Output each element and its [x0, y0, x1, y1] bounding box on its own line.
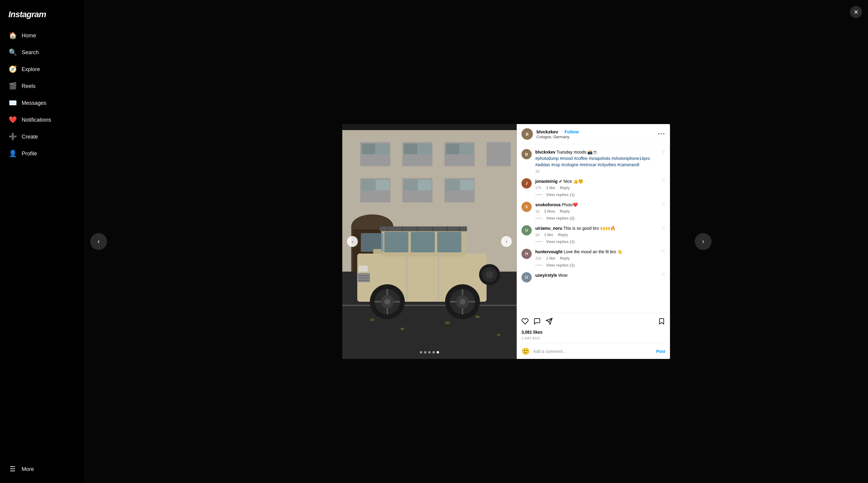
follow-button[interactable]: Follow	[564, 129, 579, 134]
sidebar-item-notifications[interactable]: ❤️ Notifications	[4, 112, 81, 128]
like-button[interactable]	[522, 318, 529, 327]
comment-2-username[interactable]: snokoforova	[535, 202, 561, 207]
share-button[interactable]	[546, 318, 553, 327]
sidebar-item-create[interactable]: ➕ Create	[4, 129, 81, 145]
bookmark-button[interactable]	[658, 318, 665, 327]
image-next-button[interactable]: ›	[501, 236, 512, 247]
caption-like-icon[interactable]: ♡	[661, 149, 665, 154]
svg-rect-7	[362, 144, 375, 154]
post-image	[342, 124, 517, 359]
comment-5-text: uzeyirstyle Wow	[535, 272, 658, 279]
comment-1-text: jonasteinig ✔ Nice 👍🤨	[535, 178, 658, 184]
sidebar-item-label: More	[22, 466, 34, 473]
sidebar-item-explore[interactable]: 🧭 Explore	[4, 61, 81, 77]
dot-3[interactable]	[428, 351, 431, 353]
dot-4[interactable]	[433, 351, 435, 353]
comment-2-text: snokoforova Photo❤️	[535, 202, 658, 208]
app-logo: Instagram	[4, 6, 81, 27]
comment-4-time: 21h	[535, 256, 541, 260]
comment-5-username[interactable]: uzeyirstyle	[535, 273, 557, 278]
comment-1-avatar[interactable]: J	[522, 178, 532, 189]
svg-point-30	[475, 316, 480, 318]
comment-2-reply[interactable]: Reply	[560, 209, 570, 214]
sidebar-item-search[interactable]: 🔍 Search	[4, 45, 81, 60]
svg-point-29	[445, 321, 450, 324]
prev-post-button[interactable]: ‹	[90, 233, 107, 250]
next-post-button[interactable]: ›	[695, 233, 712, 250]
view-replies-text-3: View replies (1)	[546, 239, 575, 244]
comment-3-view-replies[interactable]: View replies (1)	[535, 239, 658, 244]
comment-input[interactable]	[533, 349, 653, 354]
comment-1-username[interactable]: jonasteinig	[535, 179, 558, 184]
view-replies-line	[535, 195, 542, 195]
comment-2-view-replies[interactable]: View replies (2)	[535, 216, 658, 221]
header-separator: ·	[561, 129, 562, 134]
caption-text: blvckxkev Tuesday moods 📸☕#photodump #mo…	[535, 149, 658, 168]
close-button[interactable]: ✕	[850, 6, 862, 18]
comment-5-avatar[interactable]: U	[522, 272, 532, 282]
view-replies-line-4	[535, 265, 542, 265]
comment-4-view-replies[interactable]: View replies (1)	[535, 263, 658, 267]
comment-4-username[interactable]: huntervought	[535, 249, 562, 254]
comment-1: J jonasteinig ✔ Nice 👍🤨 17h 1 like Reply	[522, 178, 665, 197]
sidebar-item-reels[interactable]: 🎬 Reels	[4, 78, 81, 94]
comment-1-content: Nice 👍🤨	[563, 179, 583, 184]
post-comment-button[interactable]: Post	[656, 349, 665, 354]
comment-2-like-icon[interactable]: ♡	[661, 202, 665, 206]
comment-4-avatar[interactable]: H	[522, 249, 532, 259]
sidebar-item-label: Notifications	[22, 117, 51, 123]
image-prev-button[interactable]: ‹	[347, 236, 358, 247]
comment-5-like-icon[interactable]: ♡	[661, 272, 665, 277]
dot-2[interactable]	[424, 351, 427, 353]
comment-2-content: Photo❤️	[562, 202, 578, 207]
comment-3-body: uiriamu_noru This is so good bro 🙌🙌🔥 1d …	[535, 225, 658, 244]
post-image-container: ‹ ›	[342, 124, 517, 359]
comment-4-reply[interactable]: Reply	[560, 256, 570, 260]
caption-avatar[interactable]: B	[522, 149, 532, 159]
caption-username[interactable]: blvckxkev	[535, 150, 556, 154]
sidebar-item-more[interactable]: ☰ More	[4, 461, 81, 477]
comment-3-username[interactable]: uiriamu_noru	[535, 226, 562, 231]
dot-5[interactable]	[437, 351, 439, 353]
comment-button[interactable]	[533, 318, 541, 327]
comment-1-like-icon[interactable]: ♡	[661, 178, 665, 183]
svg-rect-42	[411, 232, 435, 252]
more-icon: ☰	[8, 465, 17, 473]
sidebar-item-profile[interactable]: 👤 Profile	[4, 146, 81, 162]
comment-2-likes: 2 likes	[544, 209, 555, 214]
comment-1-view-replies[interactable]: View replies (1)	[535, 192, 658, 197]
svg-rect-26	[342, 305, 517, 306]
comment-3-avatar[interactable]: U	[522, 225, 532, 235]
comment-2-avatar[interactable]: S	[522, 202, 532, 212]
comment-3-reply[interactable]: Reply	[558, 233, 568, 237]
svg-rect-43	[437, 232, 461, 252]
comment-1-reply[interactable]: Reply	[560, 186, 570, 190]
action-icons-row	[522, 315, 665, 329]
sidebar-item-home[interactable]: 🏠 Home	[4, 28, 81, 44]
caption-body: blvckxkev Tuesday moods 📸☕#photodump #mo…	[535, 149, 658, 173]
post-owner-username[interactable]: blvckxkev	[536, 129, 558, 134]
comment-3-like-icon[interactable]: ♡	[661, 225, 665, 230]
comment-4-meta: 21h 1 like Reply	[535, 256, 658, 260]
svg-rect-20	[446, 180, 460, 190]
caption-time: 1d	[535, 169, 539, 173]
caption-meta: 1d	[535, 169, 658, 173]
post-owner-avatar[interactable]: B	[522, 128, 533, 140]
view-replies-text-4: View replies (1)	[546, 263, 575, 267]
svg-rect-68	[373, 249, 382, 254]
more-options-button[interactable]: ···	[658, 130, 665, 138]
emoji-picker-button[interactable]: 🙂	[522, 347, 530, 355]
sidebar-item-label: Reels	[22, 83, 35, 89]
dot-1[interactable]	[420, 351, 422, 353]
svg-point-31	[497, 334, 500, 336]
svg-point-28	[401, 328, 404, 330]
svg-rect-19	[418, 180, 432, 190]
sidebar-item-messages[interactable]: ✉️ Messages	[4, 95, 81, 111]
svg-rect-18	[404, 180, 417, 190]
comment-4-like-icon[interactable]: ♡	[661, 249, 665, 254]
svg-rect-6	[487, 142, 511, 166]
comment-5: U uzeyirstyle Wow ♡	[522, 272, 665, 282]
post-time-ago: 1 DAY AGO	[522, 336, 665, 344]
comment-2-meta: 1d 2 likes Reply	[535, 209, 658, 214]
post-right-panel: B blvckxkev · Follow Cologne, Germany ··…	[517, 124, 670, 359]
